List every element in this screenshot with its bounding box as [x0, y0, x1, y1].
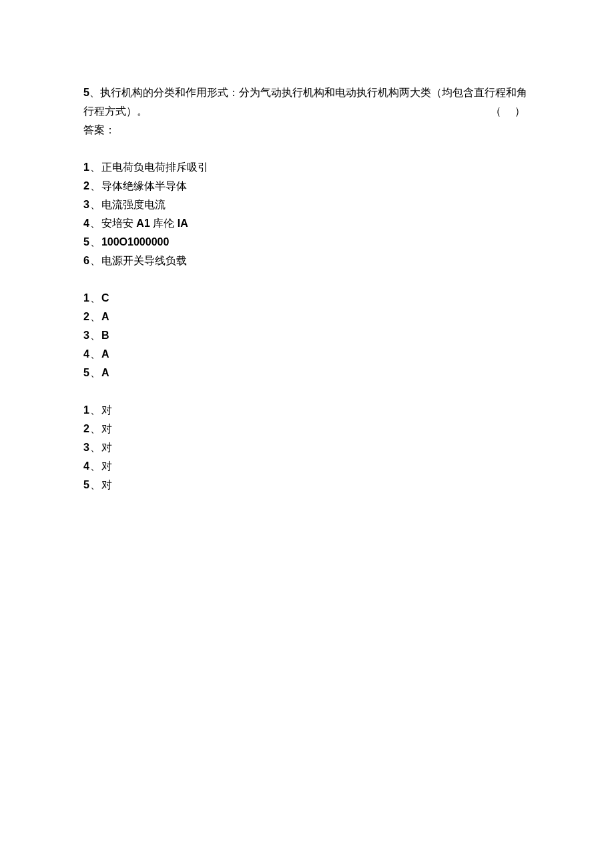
choice-5: 5、A	[83, 364, 531, 382]
fill-blank-3: 3、电流强度电流	[83, 195, 531, 214]
judge-1: 1、对	[83, 401, 531, 420]
fill-blank-1: 1、正电荷负电荷排斥吸引	[83, 158, 531, 177]
question-5-bracket: （ ）	[485, 102, 531, 121]
answer-label: 答案：	[83, 121, 531, 139]
question-5-line-1: 5、执行机构的分类和作用形式：分为气动执行机构和电动执行机构两大类（均包含直行程…	[83, 83, 531, 102]
choice-1: 1、C	[83, 289, 531, 308]
question-5-text-1: 执行机构的分类和作用形式：分为气动执行机构和电动执行机构两大类（均包含直行程和角	[100, 87, 527, 98]
fill-blank-4: 4、安培安 A1 库伦 IA	[83, 214, 531, 233]
judge-2: 2、对	[83, 420, 531, 438]
question-5-number: 5	[83, 87, 89, 98]
choice-3: 3、B	[83, 326, 531, 345]
question-5-line-2: 行程方式）。 （ ）	[83, 102, 531, 121]
judge-3: 3、对	[83, 438, 531, 457]
question-5-text-2: 行程方式）。	[83, 102, 485, 121]
judge-4: 4、对	[83, 457, 531, 476]
fill-blank-2: 2、导体绝缘体半导体	[83, 177, 531, 195]
choice-4: 4、A	[83, 345, 531, 364]
question-5-separator: 、	[89, 87, 100, 98]
fill-blank-5: 5、100O1000000	[83, 233, 531, 252]
fill-blank-6: 6、电源开关导线负载	[83, 252, 531, 270]
choice-2: 2、A	[83, 308, 531, 326]
judge-5: 5、对	[83, 476, 531, 494]
